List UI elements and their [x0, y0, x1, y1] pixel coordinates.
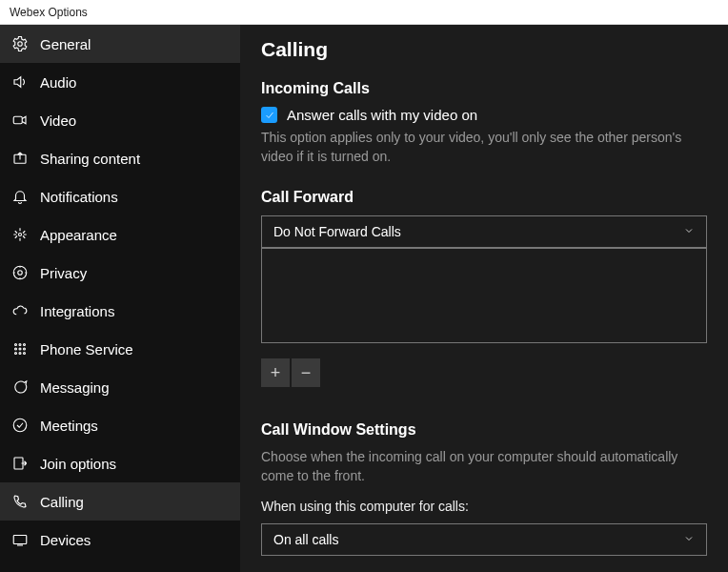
- sidebar-item-devices[interactable]: Devices: [0, 521, 240, 559]
- page-title: Calling: [261, 38, 707, 61]
- sidebar-item-label: Calling: [40, 494, 84, 510]
- svg-point-15: [13, 419, 27, 432]
- incoming-helper-text: This option applies only to your video, …: [261, 129, 699, 166]
- sidebar-item-label: Sharing content: [40, 151, 140, 167]
- sidebar-item-label: Notifications: [40, 189, 118, 205]
- gear-icon: [11, 35, 29, 52]
- dropdown-value: Do Not Forward Calls: [273, 224, 401, 239]
- window-titlebar: Webex Options: [0, 0, 728, 25]
- sidebar-item-label: Integrations: [40, 303, 114, 319]
- remove-forward-button[interactable]: −: [292, 358, 320, 387]
- call-window-dropdown[interactable]: On all calls: [261, 523, 707, 556]
- sidebar-item-privacy[interactable]: Privacy: [0, 254, 240, 292]
- svg-point-14: [24, 353, 26, 355]
- sidebar-item-label: Privacy: [40, 265, 87, 281]
- minus-icon: −: [301, 363, 312, 383]
- sidebar-item-label: General: [40, 36, 91, 52]
- dropdown-value: On all calls: [273, 532, 338, 547]
- sidebar-item-calling[interactable]: Calling: [0, 482, 240, 521]
- sidebar-item-label: Appearance: [40, 227, 117, 243]
- privacy-icon: [11, 264, 29, 281]
- svg-point-9: [15, 348, 17, 350]
- svg-point-3: [19, 234, 22, 236]
- dialpad-icon: [11, 340, 29, 358]
- sidebar-item-label: Video: [40, 112, 76, 129]
- sidebar-item-general[interactable]: General: [0, 25, 240, 63]
- chevron-down-icon: [683, 224, 695, 239]
- sidebar-item-label: Meetings: [40, 418, 98, 434]
- sidebar-item-appearance[interactable]: Appearance: [0, 215, 240, 254]
- sidebar-item-label: Audio: [40, 74, 76, 91]
- call-window-settings-heading: Call Window Settings: [261, 421, 707, 439]
- cloud-icon: [11, 302, 29, 319]
- sidebar-item-join-options[interactable]: Join options: [0, 444, 240, 482]
- svg-rect-1: [13, 116, 22, 124]
- svg-point-4: [13, 266, 27, 279]
- meetings-icon: [11, 417, 29, 434]
- sidebar-item-label: Devices: [40, 532, 91, 548]
- plus-icon: +: [271, 363, 281, 383]
- sidebar-item-label: Join options: [40, 456, 116, 472]
- svg-point-0: [18, 42, 23, 47]
- main-panel: Calling Incoming Calls Answer calls with…: [240, 25, 728, 572]
- window-title: Webex Options: [10, 6, 88, 19]
- appearance-icon: [11, 226, 29, 243]
- sidebar-item-sharing-content[interactable]: Sharing content: [0, 139, 240, 177]
- sidebar-item-label: Messaging: [40, 379, 110, 396]
- svg-point-6: [15, 344, 17, 346]
- call-window-helper-text: Choose when the incoming call on your co…: [261, 448, 699, 485]
- share-icon: [11, 150, 29, 167]
- answer-with-video-checkbox[interactable]: Answer calls with my video on: [261, 107, 707, 123]
- sidebar-item-notifications[interactable]: Notifications: [0, 177, 240, 215]
- svg-point-11: [24, 348, 26, 350]
- chevron-down-icon: [683, 532, 695, 547]
- svg-point-13: [19, 353, 21, 355]
- call-forward-dropdown[interactable]: Do Not Forward Calls: [261, 215, 707, 248]
- svg-point-7: [19, 344, 21, 346]
- add-forward-button[interactable]: +: [261, 358, 290, 387]
- sidebar-item-messaging[interactable]: Messaging: [0, 368, 240, 406]
- svg-point-5: [18, 271, 23, 276]
- join-icon: [11, 455, 29, 472]
- sidebar-item-video[interactable]: Video: [0, 101, 240, 139]
- when-using-computer-label: When using this computer for calls:: [261, 499, 707, 514]
- sidebar-item-audio[interactable]: Audio: [0, 63, 240, 101]
- call-forward-list[interactable]: [261, 248, 707, 343]
- svg-point-12: [15, 353, 17, 355]
- messaging-icon: [11, 378, 29, 396]
- sidebar-item-integrations[interactable]: Integrations: [0, 292, 240, 330]
- sidebar-item-label: Phone Service: [40, 341, 133, 358]
- checkbox-checked-icon: [261, 107, 277, 123]
- sidebar: General Audio Video Sharing content Noti: [0, 25, 240, 572]
- sidebar-item-meetings[interactable]: Meetings: [0, 406, 240, 444]
- svg-rect-17: [13, 536, 27, 544]
- checkbox-label: Answer calls with my video on: [287, 107, 477, 123]
- incoming-calls-heading: Incoming Calls: [261, 80, 707, 97]
- bell-icon: [11, 188, 29, 205]
- phone-icon: [11, 493, 29, 510]
- video-icon: [11, 112, 29, 129]
- devices-icon: [11, 531, 29, 548]
- svg-point-10: [19, 348, 21, 350]
- call-forward-heading: Call Forward: [261, 189, 707, 206]
- sidebar-item-phone-service[interactable]: Phone Service: [0, 330, 240, 368]
- speaker-icon: [11, 73, 29, 91]
- svg-point-8: [24, 344, 26, 346]
